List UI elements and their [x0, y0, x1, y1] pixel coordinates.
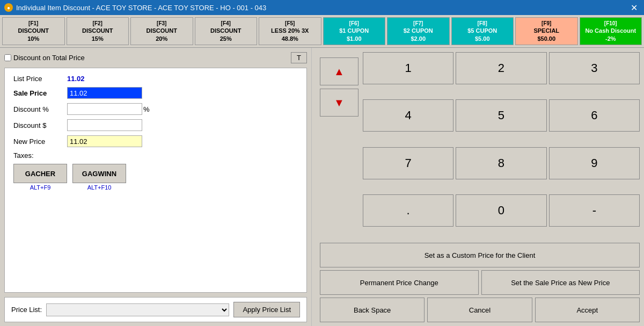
percent-sign: % — [143, 105, 150, 113]
gagwinn-shortcut: ALT+F10 — [87, 184, 112, 191]
numpad-0[interactable]: 0 — [456, 194, 546, 227]
discount-header: Discount on Total Price T — [4, 52, 307, 63]
numpad-minus[interactable]: - — [549, 194, 640, 227]
f6-coupon-button[interactable]: [F6] $1 CUPON $1.00 — [323, 17, 386, 45]
discount-total-label: Discount on Total Price — [13, 54, 85, 62]
price-list-area: Price List: Apply Price List — [4, 297, 307, 322]
numpad-4[interactable]: 4 — [363, 99, 453, 132]
title-bar: ● Individual Item Discount - ACE TOY STO… — [0, 0, 644, 15]
f9-special-button[interactable]: [F9] SPECIAL $50.00 — [515, 17, 578, 45]
apply-price-list-button[interactable]: Apply Price List — [233, 302, 300, 317]
f8-coupon-button[interactable]: [F8] $5 CUPON $5.00 — [451, 17, 514, 45]
action-button-row: Back Space Cancel Accept — [320, 298, 640, 322]
list-price-row: List Price 11.02 — [13, 75, 298, 83]
main-area: Discount on Total Price T List Price 11.… — [0, 48, 644, 326]
list-price-value: 11.02 — [67, 75, 85, 83]
tax-buttons-area: GACHER ALT+F9 GAGWINN ALT+F10 — [13, 164, 298, 191]
numpad-3[interactable]: 3 — [549, 52, 640, 84]
numpad-dot[interactable]: . — [363, 194, 453, 227]
gacher-group: GACHER ALT+F9 — [13, 164, 67, 191]
panel-separator — [311, 48, 316, 326]
discount-pct-label: Discount % — [13, 105, 67, 113]
cancel-button[interactable]: Cancel — [427, 298, 532, 322]
right-panel: ▲ ▼ 1 2 3 4 5 6 7 8 9 . 0 - — [316, 48, 644, 326]
taxes-label: Taxes: — [13, 151, 298, 160]
set-sale-as-new-button[interactable]: Set the Sale Price as New Price — [481, 270, 640, 295]
discount-total-checkbox-label[interactable]: Discount on Total Price — [4, 54, 85, 62]
arrow-up-button[interactable]: ▲ — [320, 57, 358, 85]
numpad-6[interactable]: 6 — [549, 99, 640, 132]
f1-discount-button[interactable]: [F1] DISCOUNT 10% — [2, 17, 65, 45]
numpad-1[interactable]: 1 — [363, 52, 453, 84]
arrow-down-icon: ▼ — [334, 97, 345, 109]
accept-button[interactable]: Accept — [535, 298, 640, 322]
arrow-column: ▲ ▼ — [320, 52, 358, 240]
bottom-buttons: Set as a Custom Price for the Client Per… — [320, 243, 640, 322]
arrow-up-icon: ▲ — [334, 66, 345, 78]
custom-price-button[interactable]: Set as a Custom Price for the Client — [320, 243, 640, 267]
app-icon: ● — [4, 3, 13, 12]
window-title: Individual Item Discount - ACE TOY STORE… — [16, 4, 628, 12]
numpad: 1 2 3 4 5 6 7 8 9 . 0 - — [363, 52, 640, 240]
new-price-label: New Price — [13, 137, 67, 146]
toolbar: [F1] DISCOUNT 10% [F2] DISCOUNT 15% [F3]… — [0, 15, 644, 48]
form-panel: List Price 11.02 Sale Price 11.02 Discou… — [4, 68, 307, 293]
sale-price-input[interactable]: 11.02 — [67, 87, 142, 99]
gagwinn-group: GAGWINN ALT+F10 — [72, 164, 126, 191]
price-list-label: Price List: — [11, 306, 42, 314]
middle-button-row: Permanent Price Change Set the Sale Pric… — [320, 270, 640, 295]
arrow-down-button[interactable]: ▼ — [320, 89, 358, 117]
numpad-5[interactable]: 5 — [456, 99, 546, 132]
new-price-row: New Price 11.02 — [13, 135, 298, 147]
numpad-8[interactable]: 8 — [456, 147, 546, 179]
permanent-price-change-button[interactable]: Permanent Price Change — [320, 270, 479, 295]
numpad-2[interactable]: 2 — [456, 52, 546, 84]
arrows-numpad-container: ▲ ▼ 1 2 3 4 5 6 7 8 9 . 0 - — [320, 52, 640, 240]
discount-dollar-row: Discount $ — [13, 119, 298, 131]
t-button[interactable]: T — [291, 52, 307, 63]
left-panel: Discount on Total Price T List Price 11.… — [0, 48, 311, 326]
gacher-button[interactable]: GACHER — [13, 164, 67, 183]
new-price-input[interactable]: 11.02 — [67, 135, 142, 147]
close-button[interactable]: ✕ — [628, 3, 640, 13]
numpad-7[interactable]: 7 — [363, 147, 453, 179]
price-list-select[interactable] — [46, 303, 229, 316]
numpad-9[interactable]: 9 — [549, 147, 640, 179]
list-price-label: List Price — [13, 75, 67, 83]
discount-dollar-label: Discount $ — [13, 121, 67, 129]
f2-discount-button[interactable]: [F2] DISCOUNT 15% — [67, 17, 129, 45]
f10-no-cash-button[interactable]: [F10] No Cash Discount -2% — [580, 17, 642, 45]
f5-discount-button[interactable]: [F5] LESS 20% 3X 48.8% — [259, 17, 321, 45]
gacher-shortcut: ALT+F9 — [30, 184, 51, 191]
sale-price-row: Sale Price 11.02 — [13, 87, 298, 99]
back-space-button[interactable]: Back Space — [320, 298, 425, 322]
discount-pct-input[interactable] — [67, 103, 142, 115]
discount-total-checkbox[interactable] — [4, 54, 11, 61]
sale-price-label: Sale Price — [13, 89, 67, 97]
f4-discount-button[interactable]: [F4] DISCOUNT 25% — [195, 17, 258, 45]
discount-dollar-input[interactable] — [67, 119, 142, 131]
discount-pct-row: Discount % % — [13, 103, 298, 115]
f7-coupon-button[interactable]: [F7] $2 CUPON $2.00 — [387, 17, 450, 45]
f3-discount-button[interactable]: [F3] DISCOUNT 20% — [130, 17, 193, 45]
gagwinn-button[interactable]: GAGWINN — [72, 164, 126, 183]
